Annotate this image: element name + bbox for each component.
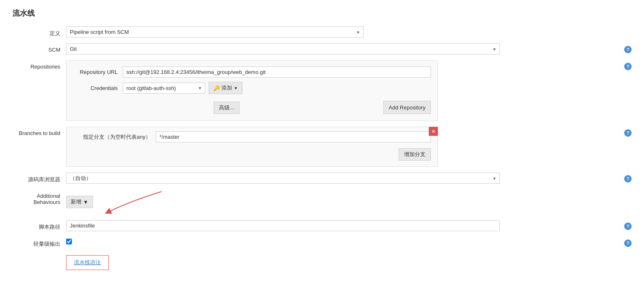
additional-behaviours-label: Additional Behaviours (12, 190, 66, 205)
credentials-label: Credentials (73, 85, 123, 91)
branch-spec-label: 指定分支（为空时代表any） (73, 133, 156, 141)
definition-content: Pipeline script from SCM (66, 26, 632, 38)
key-icon: 🔑 (213, 85, 220, 91)
branches-label: Branches to build (12, 127, 66, 136)
pipeline-syntax-spacer (12, 254, 66, 257)
source-browser-row: 源码库浏览器 （自动） ? (12, 173, 632, 184)
add-behaviour-button[interactable]: 新增 ▼ (66, 196, 93, 208)
page-container: 流水线 定义 Pipeline script from SCM SCM (0, 0, 644, 301)
add-behaviour-arrow: ▼ (83, 199, 88, 205)
scm-help-icon[interactable]: ? (624, 46, 632, 53)
additional-behaviours-row: Additional Behaviours 新增 ▼ (12, 190, 632, 214)
additional-behaviours-content: 新增 ▼ (66, 190, 632, 214)
source-browser-select-wrapper: （自动） (66, 173, 500, 184)
branch-spec-row: 指定分支（为空时代表any） (73, 131, 431, 142)
repositories-help-icon[interactable]: ? (624, 63, 632, 70)
scm-content: Git ? (66, 43, 632, 55)
script-path-help-icon[interactable]: ? (624, 223, 632, 230)
repositories-row: Repositories Repository URL Credentials (12, 60, 632, 121)
annotation-arrow (95, 190, 170, 214)
source-browser-help-icon[interactable]: ? (624, 175, 632, 182)
add-dropdown-arrow: ▼ (234, 86, 238, 90)
advanced-button[interactable]: 高级... (214, 102, 240, 114)
script-path-label: 脚本路径 (12, 220, 66, 231)
branches-row: Branches to build ✕ 指定分支（为空时代表any） 增加分支 (12, 127, 632, 167)
lightweight-label: 轻量级输出 (12, 237, 66, 248)
pipeline-syntax-content: 流水线语法 (66, 254, 632, 270)
lightweight-checkbox[interactable] (66, 239, 72, 244)
add-branch-button[interactable]: 增加分支 (399, 148, 431, 161)
lightweight-content: ? (66, 237, 632, 247)
pipeline-syntax-row: 流水线语法 (12, 254, 632, 270)
credentials-select-wrapper: root (gitlab-auth-ssh) (123, 83, 205, 94)
scm-label: SCM (12, 43, 66, 53)
page-title: 流水线 (12, 8, 632, 18)
script-path-row: 脚本路径 ? (12, 220, 632, 231)
remove-branch-button[interactable]: ✕ (429, 127, 438, 136)
pipeline-syntax-link[interactable]: 流水线语法 (66, 255, 109, 270)
branches-box: ✕ 指定分支（为空时代表any） 增加分支 (66, 127, 438, 167)
close-icon: ✕ (431, 128, 436, 135)
add-credentials-button[interactable]: 🔑 添加 ▼ (209, 82, 242, 94)
repo-url-input[interactable] (123, 66, 431, 78)
branches-content: ✕ 指定分支（为空时代表any） 增加分支 ? (66, 127, 632, 167)
scm-row: SCM Git ? (12, 43, 632, 55)
source-browser-select[interactable]: （自动） (66, 173, 500, 184)
form-section: 定义 Pipeline script from SCM SCM (12, 26, 632, 276)
scm-select-wrapper: Git (66, 43, 500, 55)
lightweight-help-icon[interactable]: ? (624, 239, 632, 247)
repo-buttons-row: 高级... Add Repository (73, 98, 431, 114)
source-browser-content: （自动） ? (66, 173, 632, 184)
branch-buttons-row: 增加分支 (73, 146, 431, 161)
credentials-row: Credentials root (gitlab-auth-ssh) 🔑 添加 (73, 82, 431, 94)
definition-label: 定义 (12, 26, 66, 37)
repositories-content: Repository URL Credentials root (gitlab-… (66, 60, 632, 121)
repositories-label: Repositories (12, 60, 66, 70)
credentials-select[interactable]: root (gitlab-auth-ssh) (123, 83, 205, 94)
scm-select[interactable]: Git (66, 43, 500, 55)
lightweight-row: 轻量级输出 ? (12, 237, 632, 248)
add-repository-button[interactable]: Add Repository (383, 101, 431, 114)
branches-help-icon[interactable]: ? (624, 129, 632, 137)
source-browser-label: 源码库浏览器 (12, 173, 66, 183)
definition-row: 定义 Pipeline script from SCM (12, 26, 632, 38)
repositories-box: Repository URL Credentials root (gitlab-… (66, 60, 438, 121)
branch-input[interactable] (156, 131, 431, 142)
definition-select[interactable]: Pipeline script from SCM (66, 26, 364, 38)
repo-url-label: Repository URL (73, 69, 123, 75)
script-path-input[interactable] (66, 220, 500, 231)
repo-url-row: Repository URL (73, 66, 431, 78)
script-path-content: ? (66, 220, 632, 231)
definition-select-wrapper: Pipeline script from SCM (66, 26, 364, 38)
